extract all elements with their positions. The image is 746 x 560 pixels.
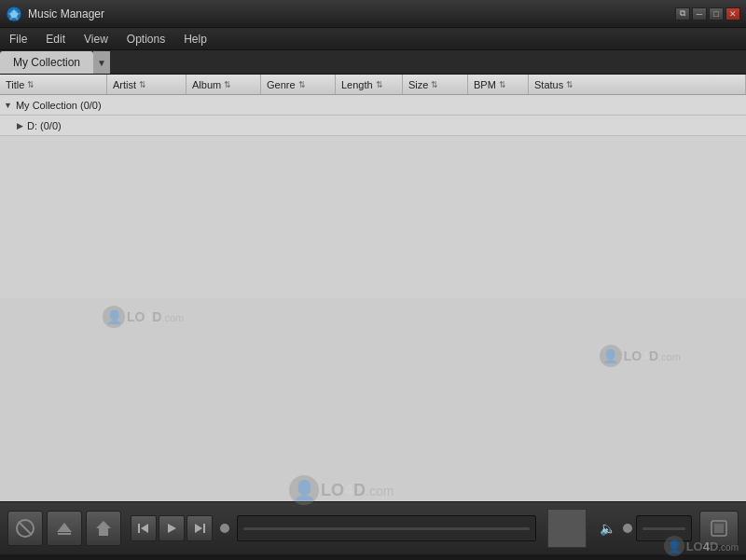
- menu-view[interactable]: View: [75, 29, 117, 49]
- tab-label: My Collection: [13, 56, 80, 69]
- seek-dot[interactable]: [220, 524, 229, 533]
- right-panel-icon: [710, 519, 728, 538]
- play-icon: [165, 522, 178, 535]
- seek-track: [243, 527, 530, 530]
- prev-icon: [137, 522, 150, 535]
- svg-marker-10: [195, 524, 202, 533]
- sort-icon-title: ⇅: [27, 80, 35, 89]
- minimize-button[interactable]: ⧉: [675, 7, 690, 20]
- maximize-button[interactable]: ─: [692, 7, 707, 20]
- eject-button[interactable]: [47, 511, 82, 546]
- column-headers: Title ⇅ Artist ⇅ Album ⇅ Genre ⇅ Length …: [0, 75, 746, 95]
- playback-controls: [131, 515, 213, 541]
- tree-expand-icon: ▶: [17, 121, 23, 130]
- col-header-status[interactable]: Status ⇅: [529, 75, 746, 94]
- tree-row-label: D: (0/0): [27, 120, 62, 131]
- sort-icon-length: ⇅: [376, 80, 383, 89]
- watermark-text: LO4D.com: [321, 481, 394, 500]
- col-header-artist[interactable]: Artist ⇅: [107, 75, 186, 94]
- watermark-text: LO4D.com: [127, 309, 184, 324]
- col-header-bpm[interactable]: BPM ⇅: [468, 75, 529, 94]
- next-button[interactable]: [186, 515, 213, 541]
- col-header-album[interactable]: Album ⇅: [186, 75, 261, 94]
- svg-marker-4: [57, 523, 72, 532]
- menu-help[interactable]: Help: [174, 29, 216, 49]
- watermark-area: 👤 LO4D.com 👤 LO4D.com 👤 LO4D.com: [0, 298, 746, 501]
- sort-icon-album: ⇅: [224, 80, 231, 89]
- stop-icon: [16, 519, 35, 538]
- col-header-title[interactable]: Title ⇅: [0, 75, 107, 94]
- sort-icon-status: ⇅: [566, 80, 573, 89]
- bottom-watermark-icon: 👤: [664, 536, 684, 556]
- col-header-size[interactable]: Size ⇅: [403, 75, 468, 94]
- svg-marker-7: [141, 524, 148, 533]
- watermark-top-left: 👤 LO4D.com: [103, 306, 184, 328]
- watermark-icon: 👤: [600, 345, 622, 367]
- menu-file[interactable]: File: [0, 29, 36, 49]
- bottom-watermark-text: LO4D.com: [686, 540, 739, 553]
- table-row[interactable]: ▼ My Collection (0/0): [0, 95, 746, 116]
- restore-button[interactable]: □: [709, 7, 724, 20]
- next-icon: [193, 522, 206, 535]
- svg-rect-11: [203, 524, 205, 533]
- svg-rect-5: [58, 533, 71, 535]
- main-content: Title ⇅ Artist ⇅ Album ⇅ Genre ⇅ Length …: [0, 75, 746, 501]
- svg-rect-8: [138, 524, 140, 533]
- menu-options[interactable]: Options: [117, 29, 174, 49]
- col-header-genre[interactable]: Genre ⇅: [261, 75, 336, 94]
- title-left: Music Manager: [6, 6, 104, 22]
- watermark-icon: 👤: [103, 306, 125, 328]
- title-bar: Music Manager ⧉ ─ □ ✕: [0, 0, 746, 28]
- col-header-length[interactable]: Length ⇅: [336, 75, 403, 94]
- tab-bar: My Collection ▼: [0, 50, 746, 75]
- prev-button[interactable]: [131, 515, 157, 541]
- tree-row-label: My Collection (0/0): [16, 100, 102, 111]
- tree-collapse-icon: ▼: [4, 101, 12, 110]
- home-button[interactable]: [86, 511, 121, 546]
- sort-icon-genre: ⇅: [298, 80, 306, 89]
- volume-icon[interactable]: 🔈: [596, 517, 619, 540]
- play-button[interactable]: [159, 515, 185, 541]
- menu-edit[interactable]: Edit: [36, 29, 75, 49]
- seek-bar[interactable]: [237, 515, 536, 541]
- tab-dropdown-button[interactable]: ▼: [93, 51, 110, 74]
- volume-track: [642, 527, 685, 530]
- table-row[interactable]: ▶ D: (0/0): [0, 116, 746, 136]
- table-body: ▼ My Collection (0/0) ▶ D: (0/0): [0, 95, 746, 298]
- watermark-icon: 👤: [289, 475, 319, 505]
- app-icon: [6, 6, 22, 22]
- home-icon: [94, 519, 113, 538]
- watermark-text: LO4D.com: [624, 348, 681, 363]
- svg-marker-9: [168, 524, 176, 533]
- svg-rect-13: [714, 524, 724, 533]
- sort-icon-bpm: ⇅: [499, 80, 506, 89]
- close-button[interactable]: ✕: [725, 7, 740, 20]
- sort-icon-size: ⇅: [431, 80, 438, 89]
- svg-marker-6: [96, 521, 111, 536]
- no-button[interactable]: [7, 511, 43, 546]
- watermark-center: 👤 LO4D.com: [289, 475, 394, 505]
- eject-icon: [55, 519, 74, 538]
- app-title: Music Manager: [28, 7, 104, 20]
- bottom-toolbar: 🔈 👤 LO4D.com: [0, 501, 746, 554]
- window-controls: ⧉ ─ □ ✕: [675, 7, 740, 20]
- menu-bar: File Edit View Options Help: [0, 28, 746, 50]
- svg-line-3: [19, 522, 32, 535]
- bottom-watermark: 👤 LO4D.com: [664, 536, 739, 556]
- album-art: [547, 509, 587, 548]
- seek-dot-container: [220, 524, 229, 533]
- sort-icon-artist: ⇅: [139, 80, 146, 89]
- active-tab[interactable]: My Collection: [0, 51, 93, 74]
- volume-dot[interactable]: [623, 524, 632, 533]
- watermark-top-right: 👤 LO4D.com: [600, 345, 681, 367]
